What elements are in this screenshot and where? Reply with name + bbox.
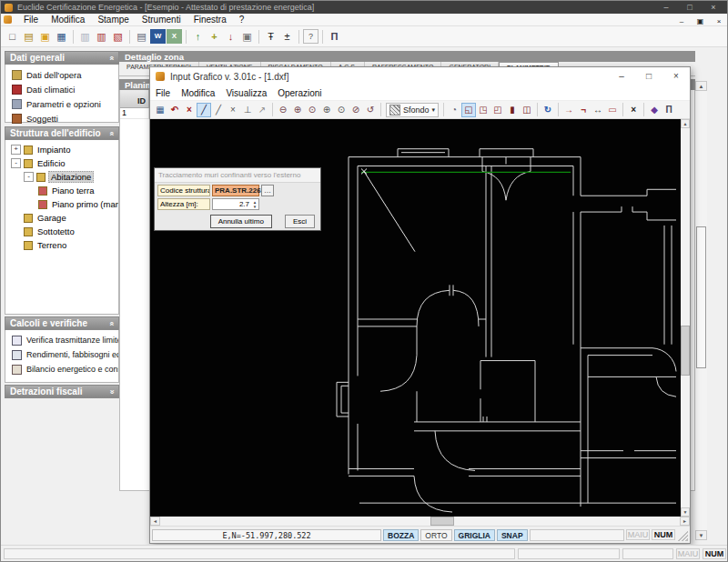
erase-icon[interactable]: × [626,103,641,117]
perpendicular-icon[interactable]: ⊥ [240,103,255,117]
zoom-out-icon[interactable]: ⊖ [276,103,290,117]
chevron-up-icon[interactable]: « [106,55,116,60]
tree-item-impianto[interactable]: +Impianto [5,143,118,156]
codice-struttura-field[interactable]: PRA.STR.226 [212,185,259,196]
open-folder-icon[interactable]: ▣ [37,29,53,44]
scrollbar-thumb[interactable] [430,517,454,526]
browse-button[interactable]: … [261,185,274,196]
expand-all-icon[interactable]: ± [279,29,295,44]
tree-item-edificio[interactable]: -Edificio [5,156,118,170]
zoom-scale-icon[interactable]: ⊘ [349,103,363,117]
duplicate-doc-icon[interactable]: ▣ [239,29,255,44]
scroll-down-icon[interactable]: ▼ [695,530,707,540]
bozza-toggle[interactable]: BOZZA [383,529,419,541]
draw-wall-icon[interactable]: ╱ [197,103,211,117]
new-file-icon[interactable]: □ [5,29,20,44]
maximize-icon[interactable]: □ [635,67,662,85]
scroll-up-icon[interactable]: ▲ [681,119,690,128]
sfondo-dropdown[interactable]: Sfondo ▾ [386,103,439,117]
scrollbar-thumb[interactable] [681,326,690,376]
certificate-icon[interactable]: ▧ [110,29,126,44]
griglia-toggle[interactable]: GRIGLIA [454,529,495,541]
sidebar-item-verifica[interactable]: Verifica trasmittanze limite [5,333,118,347]
scroll-up-icon[interactable]: ▲ [695,81,707,91]
tree-item-garage[interactable]: Garage [5,211,118,225]
sidebar-item-bilancio[interactable]: Bilancio energetico e consumi [5,362,118,376]
panel-header-detrazioni[interactable]: Detrazioni fiscali « [5,385,119,398]
spin-down-icon[interactable]: ▾ [251,205,258,209]
sidebar-item-dati-opera[interactable]: Dati dell'opera [5,67,118,82]
menu-finestra[interactable]: Finestra [187,15,233,25]
add-doc-icon[interactable]: + [207,29,222,44]
chevron-up-icon[interactable]: « [106,321,116,326]
tree-item-abitazione[interactable]: -Abitazione [5,170,118,184]
scroll-right-icon[interactable]: ► [680,517,690,526]
zoom-extents-icon[interactable]: ⊕ [319,103,334,117]
panel-header-struttura[interactable]: Struttura dell'edificio « [5,126,119,140]
chevron-down-icon[interactable]: « [106,389,116,394]
save-icon[interactable]: ▦ [54,29,69,44]
cad-canvas[interactable]: Tracciamento muri confinanti verso l'est… [150,119,681,517]
draw-line-icon[interactable]: ╱ [211,103,226,117]
menu-operazioni[interactable]: Operazioni [278,88,329,98]
copy-icon[interactable]: ▥ [77,29,93,44]
sidebar-item-parametri[interactable]: Parametri e opzioni [5,96,118,111]
sidebar-item-soggetti[interactable]: Soggetti [5,111,118,125]
menu-strumenti[interactable]: Strumenti [136,15,187,25]
table-row[interactable]: 1 [120,108,149,119]
panel-header-dati-generali[interactable]: Dati generali « [5,51,119,65]
export-word-icon[interactable]: W [150,29,166,44]
import-doc-icon[interactable]: ↑ [190,29,206,44]
snap-cursor-icon[interactable]: ↗ [255,103,269,117]
esci-button[interactable]: Esci [285,215,315,228]
menu-modifica[interactable]: Modifica [45,15,91,25]
print-icon[interactable]: ▤ [134,29,149,44]
scroll-left-icon[interactable]: ◄ [150,517,160,526]
canvas-vertical-scrollbar[interactable]: ▲ ▼ [681,119,690,517]
menu-help[interactable]: ? [233,15,251,25]
new-sheet-icon[interactable]: ▭ [605,103,620,117]
circle-tool-icon[interactable]: ◔ [447,103,461,117]
annulla-ultimo-button[interactable]: Annulla ultimo [210,215,272,228]
wall-adjacent-icon[interactable]: ◰ [490,103,505,117]
minimize-icon[interactable]: – [608,67,635,85]
export-excel-icon[interactable]: X [167,29,182,44]
tree-item-piano-primo[interactable]: Piano primo (mansarda) [5,197,118,211]
delete-doc-icon[interactable]: ↓ [223,29,238,44]
zoom-previous-icon[interactable]: ⊙ [305,103,319,117]
menu-file[interactable]: File [156,88,177,98]
collapse-icon[interactable]: - [11,158,21,168]
refresh-icon[interactable]: ↻ [541,103,555,117]
move-right-icon[interactable]: → [561,103,576,117]
sidebar-item-dati-climatici[interactable]: Dati climatici [5,82,118,96]
zoom-window-icon[interactable]: ⊙ [334,103,349,117]
tree-item-piano-terra[interactable]: Piano terra [5,184,118,197]
scroll-down-icon[interactable]: ▼ [681,507,690,517]
new-from-template-icon[interactable]: ▤ [21,29,36,44]
canvas-horizontal-scrollbar[interactable]: ◄ ► [150,517,690,526]
help-icon[interactable]: ? [303,29,318,44]
wall-external-icon[interactable]: ◱ [461,103,476,117]
id-column-header[interactable]: ID [120,90,149,108]
collapse-all-icon[interactable]: Ŧ [263,29,278,44]
panel-header-calcoli[interactable]: Calcoli e verifiche « [5,316,119,330]
delete-line-icon[interactable]: × [226,103,240,117]
undo-icon[interactable]: ↶ [167,103,182,117]
scrollbar-thumb[interactable] [696,226,706,368]
menu-file[interactable]: File [17,15,45,25]
tree-item-terreno[interactable]: Terreno [5,238,118,252]
pan-icon[interactable]: ↺ [363,103,378,117]
collapse-icon[interactable]: - [24,172,34,182]
door-tool-icon[interactable]: ▮ [505,103,520,117]
grafico-titlebar[interactable]: Input Grafico v. 3.01c - [1.dxf] – □ × [150,67,690,85]
chevron-up-icon[interactable]: « [106,131,116,135]
menu-modifica[interactable]: Modifica [181,88,222,98]
window-tool-icon[interactable]: ◫ [520,103,534,117]
delete-icon[interactable]: × [182,103,197,117]
menu-visualizza[interactable]: Visualizza [226,88,274,98]
stretch-icon[interactable]: ↔ [591,103,605,117]
sidebar-item-rendimenti[interactable]: Rendimenti, fabbisogni ed EP [5,347,118,362]
expand-icon[interactable]: + [11,145,21,155]
altezza-stepper[interactable]: 2.7 ▴ ▾ [212,198,259,210]
wall-internal-icon[interactable]: ◳ [476,103,490,117]
